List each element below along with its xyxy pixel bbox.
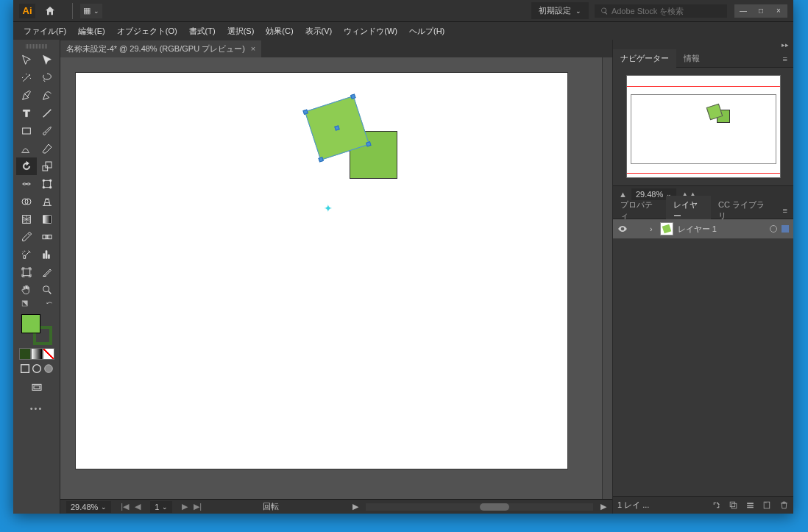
artboard-last-icon[interactable]: ▶| xyxy=(191,502,204,511)
maximize-button[interactable]: □ xyxy=(752,4,770,18)
collapse-panels-icon[interactable]: ▸▸ xyxy=(613,40,793,50)
fill-stroke-swatch[interactable] xyxy=(21,314,52,345)
hand-tool[interactable] xyxy=(16,281,37,299)
direct-selection-tool[interactable] xyxy=(37,52,57,69)
locate-object-icon[interactable] xyxy=(712,500,721,510)
tab-close-icon[interactable]: × xyxy=(251,44,255,53)
tab-navigator[interactable]: ナビゲーター xyxy=(613,49,676,68)
menu-object[interactable]: オブジェクト(O) xyxy=(111,24,183,39)
menu-view[interactable]: 表示(V) xyxy=(300,24,339,39)
rotate-tool[interactable] xyxy=(16,157,37,175)
panel-menu-icon[interactable]: ≡ xyxy=(777,54,793,63)
expand-layer-icon[interactable]: › xyxy=(647,224,656,233)
stock-search[interactable] xyxy=(595,4,727,18)
handle-center[interactable] xyxy=(334,125,340,131)
draw-normal-icon[interactable] xyxy=(19,363,31,375)
width-tool[interactable] xyxy=(16,175,37,193)
document-tab[interactable]: 名称未設定-4* @ 29.48% (RGB/GPU プレビュー) × xyxy=(60,40,261,57)
eraser-tool[interactable] xyxy=(37,140,57,157)
svg-rect-23 xyxy=(731,503,737,508)
titlebar: Ai ▦ ⌄ 初期設定⌄ — □ × xyxy=(13,0,793,22)
eyedropper-tool[interactable] xyxy=(16,228,37,246)
visibility-icon[interactable] xyxy=(617,224,628,234)
svg-rect-22 xyxy=(730,502,735,507)
free-transform-tool[interactable] xyxy=(37,175,57,193)
handle-tl[interactable] xyxy=(302,109,308,115)
hscroll-left-icon[interactable]: ▶ xyxy=(352,502,358,511)
delete-layer-icon[interactable] xyxy=(779,500,789,510)
shaper-tool[interactable] xyxy=(16,140,37,157)
artboard-next-icon[interactable]: ▶ xyxy=(180,502,190,511)
vertical-scrollbar[interactable] xyxy=(602,57,612,499)
color-mode-gradient[interactable] xyxy=(31,348,43,360)
layers-panel-tabs: プロパティ レイヤー CC ライブラリ ≡ xyxy=(613,202,793,219)
swap-colors-icon[interactable]: ⤺ xyxy=(46,299,52,307)
create-sublayer-icon[interactable] xyxy=(745,500,755,510)
panel-grip[interactable] xyxy=(26,44,48,49)
draw-inside-icon[interactable] xyxy=(43,363,54,375)
make-clipping-mask-icon[interactable] xyxy=(729,500,738,510)
artboard-tool[interactable] xyxy=(16,263,37,281)
symbol-sprayer-tool[interactable] xyxy=(16,246,37,263)
menu-help[interactable]: ヘルプ(H) xyxy=(403,24,450,39)
zoom-field[interactable]: 29.48%⌄ xyxy=(66,501,111,513)
default-colors-icon[interactable]: ⬔ xyxy=(21,299,28,307)
slice-tool[interactable] xyxy=(37,263,57,281)
artboard-first-icon[interactable]: |◀ xyxy=(118,502,131,511)
menu-select[interactable]: 選択(S) xyxy=(222,24,261,39)
gradient-tool[interactable] xyxy=(37,210,57,228)
edit-toolbar-icon[interactable]: ••• xyxy=(30,404,43,413)
menu-effect[interactable]: 効果(C) xyxy=(260,24,299,39)
home-button[interactable] xyxy=(43,4,57,18)
horizontal-scrollbar[interactable] xyxy=(366,503,593,511)
panel-menu-icon[interactable]: ≡ xyxy=(777,206,793,215)
color-mode-none[interactable] xyxy=(43,348,54,360)
menu-window[interactable]: ウィンドウ(W) xyxy=(338,24,403,39)
column-graph-tool[interactable] xyxy=(37,246,57,263)
rotate-pivot-icon[interactable]: ✦ xyxy=(324,202,333,214)
perspective-grid-tool[interactable] xyxy=(37,193,57,210)
workspace-preset[interactable]: 初期設定⌄ xyxy=(531,2,589,19)
svg-rect-1 xyxy=(43,166,48,171)
paintbrush-tool[interactable] xyxy=(37,122,57,140)
selection-tool[interactable] xyxy=(16,52,37,69)
navigator-preview[interactable] xyxy=(626,75,781,178)
artboard-prev-icon[interactable]: ◀ xyxy=(132,502,143,511)
artboard-field[interactable]: 1⌄ xyxy=(150,501,172,513)
pen-tool[interactable] xyxy=(16,87,37,104)
layer-row[interactable]: › レイヤー 1 xyxy=(613,219,793,238)
close-button[interactable]: × xyxy=(770,4,787,18)
canvas[interactable]: ✦ xyxy=(60,57,602,499)
menu-file[interactable]: ファイル(F) xyxy=(18,24,72,39)
shape-builder-tool[interactable] xyxy=(16,193,37,210)
new-layer-icon[interactable] xyxy=(762,500,772,510)
curvature-tool[interactable] xyxy=(37,87,57,104)
workspace-switcher[interactable]: ▦ ⌄ xyxy=(80,4,102,18)
menu-edit[interactable]: 編集(E) xyxy=(72,24,111,39)
scale-tool[interactable] xyxy=(37,157,57,175)
color-mode-solid[interactable] xyxy=(19,348,31,360)
svg-point-5 xyxy=(49,180,52,182)
menu-type[interactable]: 書式(T) xyxy=(183,24,222,39)
tab-info[interactable]: 情報 xyxy=(676,49,707,68)
app-window: Ai ▦ ⌄ 初期設定⌄ — □ × ファイル(F) 編集(E) オブジェクト(… xyxy=(13,0,793,514)
type-tool[interactable] xyxy=(16,104,37,122)
rectangle-tool[interactable] xyxy=(16,122,37,140)
draw-behind-icon[interactable] xyxy=(31,363,43,375)
mesh-tool[interactable] xyxy=(16,210,37,228)
fill-color[interactable] xyxy=(21,314,40,333)
screen-mode-icon[interactable] xyxy=(26,379,47,397)
layer-name[interactable]: レイヤー 1 xyxy=(678,224,717,235)
lasso-tool[interactable] xyxy=(37,69,57,87)
magic-wand-tool[interactable] xyxy=(16,69,37,87)
search-input[interactable] xyxy=(612,7,721,15)
target-icon[interactable] xyxy=(770,225,777,233)
blend-tool[interactable] xyxy=(37,228,57,246)
hscroll-right-icon[interactable]: ▶ xyxy=(600,502,606,511)
svg-rect-21 xyxy=(34,386,40,389)
minimize-button[interactable]: — xyxy=(734,4,752,18)
divider xyxy=(72,3,73,19)
zoom-tool[interactable] xyxy=(37,281,57,299)
selection-indicator[interactable] xyxy=(782,225,789,233)
line-tool[interactable] xyxy=(37,104,57,122)
